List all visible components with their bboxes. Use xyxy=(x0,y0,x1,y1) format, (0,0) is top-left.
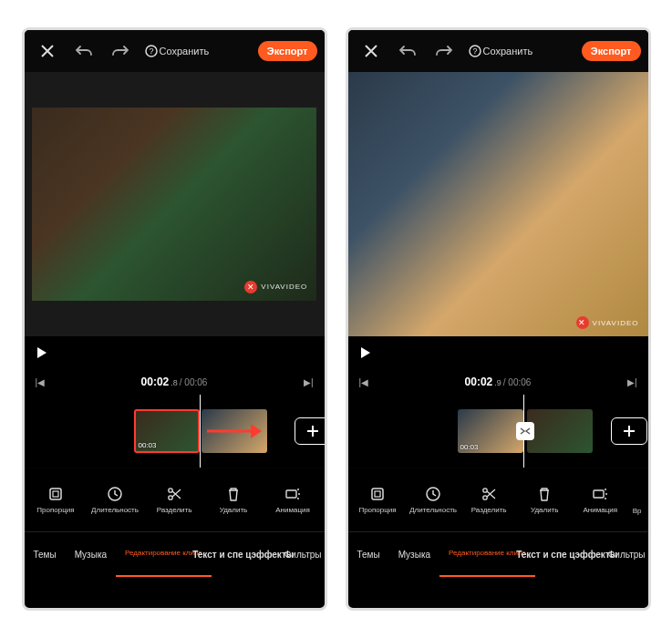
add-clip-button[interactable] xyxy=(611,417,647,445)
timeline[interactable]: 00:03 ВИТ xyxy=(25,395,325,468)
export-button[interactable]: Экспорт xyxy=(258,41,317,61)
svg-rect-15 xyxy=(375,491,380,497)
next-frame-icon[interactable]: ▶| xyxy=(304,377,314,387)
save-button[interactable]: ? Сохранить xyxy=(469,45,533,57)
total-duration: / 00:06 xyxy=(180,377,208,387)
tab-text-fx[interactable]: Текст и спе цэффекты xyxy=(535,532,599,577)
clip-duration: 00:03 xyxy=(460,443,479,451)
extra-icon xyxy=(635,485,639,503)
tool-split[interactable]: Разделить xyxy=(146,486,202,514)
tab-filters[interactable]: Фильтры xyxy=(599,532,648,577)
preview-frame: ✕ VIVAVIDEO xyxy=(348,72,648,336)
tool-label: Вр xyxy=(633,507,642,515)
preview-frame: ✕ VIVAVIDEO xyxy=(32,108,317,301)
redo-icon[interactable] xyxy=(105,36,136,67)
svg-point-6 xyxy=(169,489,172,492)
tab-text-fx[interactable]: Текст и спе цэффекты xyxy=(212,532,275,577)
export-button[interactable]: Экспорт xyxy=(582,41,641,61)
tab-music[interactable]: Музыка xyxy=(389,532,439,577)
clip-duration: 00:03 xyxy=(139,441,157,449)
prev-frame-icon[interactable]: |◀ xyxy=(36,377,46,387)
trash-icon xyxy=(536,486,553,502)
svg-rect-3 xyxy=(50,489,61,499)
tool-row: Пропорция Длительность Разделить Удалить… xyxy=(348,468,648,531)
clip-1[interactable]: 00:03 xyxy=(458,409,523,453)
tool-proportion[interactable]: Пропорция xyxy=(350,486,406,514)
tool-label: Длительность xyxy=(409,506,457,514)
tab-music[interactable]: Музыка xyxy=(66,532,116,577)
crop-icon xyxy=(47,486,64,502)
play-icon[interactable] xyxy=(36,346,48,359)
play-row xyxy=(25,336,325,369)
tab-themes[interactable]: Темы xyxy=(348,532,389,577)
svg-point-18 xyxy=(483,496,487,499)
tool-label: Разделить xyxy=(157,506,192,514)
video-preview[interactable]: ✕ VIVAVIDEO xyxy=(25,72,325,336)
svg-rect-8 xyxy=(286,490,296,498)
close-icon[interactable] xyxy=(32,36,63,67)
tool-label: Анимация xyxy=(584,506,618,514)
clip-1[interactable]: 00:03 xyxy=(134,409,200,453)
tool-label: Удалить xyxy=(531,506,559,514)
animation-icon xyxy=(284,486,301,502)
prev-frame-icon[interactable]: |◀ xyxy=(359,377,369,387)
current-time: 00:02 xyxy=(141,376,170,388)
editor-screen-right: ? Сохранить Экспорт ✕ VIVAVIDEO |◀ 00:02… xyxy=(346,27,651,611)
current-time-sub: .9 xyxy=(494,378,501,387)
redo-icon[interactable] xyxy=(429,36,460,67)
watermark[interactable]: ✕ VIVAVIDEO xyxy=(576,316,639,329)
watermark[interactable]: ✕ VIVAVIDEO xyxy=(244,281,307,293)
tool-split[interactable]: Разделить xyxy=(461,486,517,514)
play-row xyxy=(348,336,648,369)
current-time-sub: .8 xyxy=(171,378,178,387)
tool-label: Пропорция xyxy=(36,506,74,514)
svg-point-9 xyxy=(297,489,299,490)
timeline[interactable]: 00:03 xyxy=(348,395,648,468)
tool-delete[interactable]: Удалить xyxy=(205,486,262,514)
save-button[interactable]: ? Сохранить xyxy=(145,45,210,57)
tool-duration[interactable]: Длительность xyxy=(87,486,143,514)
scissors-icon xyxy=(166,486,182,502)
svg-point-22 xyxy=(605,498,606,499)
bottom-tabs: Темы Музыка Редактирование клипа Текст и… xyxy=(25,531,325,577)
svg-point-17 xyxy=(483,489,487,492)
svg-point-11 xyxy=(297,498,299,499)
clip-2[interactable] xyxy=(527,409,593,453)
tool-animation[interactable]: Анимация xyxy=(264,486,321,514)
tool-row: Пропорция Длительность Разделить Удалить… xyxy=(25,468,325,531)
watermark-text: VIVAVIDEO xyxy=(261,283,307,291)
svg-rect-4 xyxy=(53,491,58,497)
video-preview[interactable]: ✕ VIVAVIDEO xyxy=(348,72,648,336)
svg-rect-19 xyxy=(594,490,604,498)
play-icon[interactable] xyxy=(359,346,372,359)
top-bar: ? Сохранить Экспорт xyxy=(348,30,648,72)
clip-2[interactable] xyxy=(202,409,267,453)
trash-icon xyxy=(225,486,242,502)
tool-duration[interactable]: Длительность xyxy=(406,486,461,514)
tool-delete[interactable]: Удалить xyxy=(517,486,573,514)
svg-point-7 xyxy=(169,496,172,499)
undo-icon[interactable] xyxy=(392,36,423,67)
editor-screen-left: ? Сохранить Экспорт ✕ VIVAVIDEO |◀ 00:02… xyxy=(22,27,327,611)
playhead[interactable] xyxy=(200,395,202,468)
close-watermark-icon[interactable]: ✕ xyxy=(244,281,257,293)
tool-label: Анимация xyxy=(275,506,310,514)
add-clip-button[interactable] xyxy=(295,417,325,445)
bottom-tabs: Темы Музыка Редактирование клипа Текст и… xyxy=(348,531,648,577)
tool-proportion[interactable]: Пропорция xyxy=(27,486,84,514)
tool-animation[interactable]: Анимация xyxy=(573,486,628,514)
tab-filters[interactable]: Фильтры xyxy=(275,532,325,577)
time-row: |◀ 00:02.9 / 00:06 ▶| xyxy=(348,369,648,395)
tab-themes[interactable]: Темы xyxy=(25,532,66,577)
save-label: Сохранить xyxy=(483,46,533,57)
svg-text:?: ? xyxy=(149,46,153,56)
save-label: Сохранить xyxy=(160,46,210,57)
close-watermark-icon[interactable]: ✕ xyxy=(576,316,589,329)
next-frame-icon[interactable]: ▶| xyxy=(627,377,637,387)
close-icon[interactable] xyxy=(356,36,387,67)
svg-text:?: ? xyxy=(472,46,477,56)
current-time: 00:02 xyxy=(465,376,493,388)
tool-extra[interactable]: Вр xyxy=(628,485,646,515)
undo-icon[interactable] xyxy=(68,36,99,67)
transition-button[interactable] xyxy=(516,422,534,440)
